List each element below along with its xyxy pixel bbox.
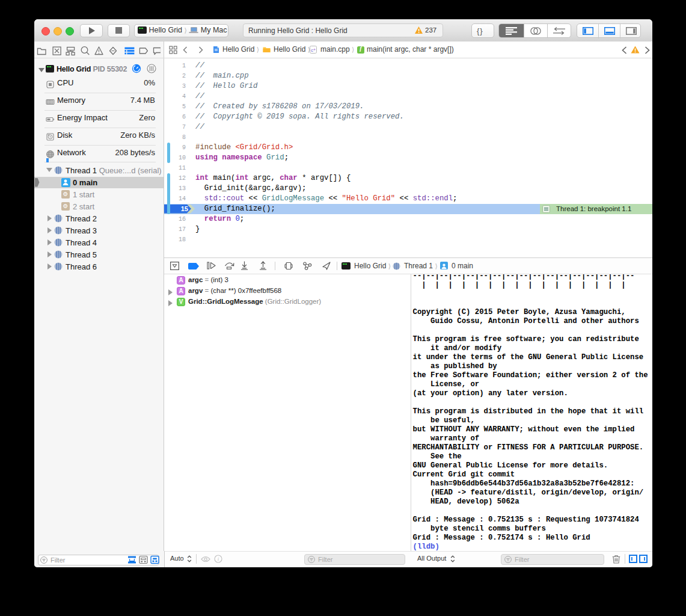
svg-text:+: + [313,48,316,52]
svg-text:i: i [218,556,219,562]
